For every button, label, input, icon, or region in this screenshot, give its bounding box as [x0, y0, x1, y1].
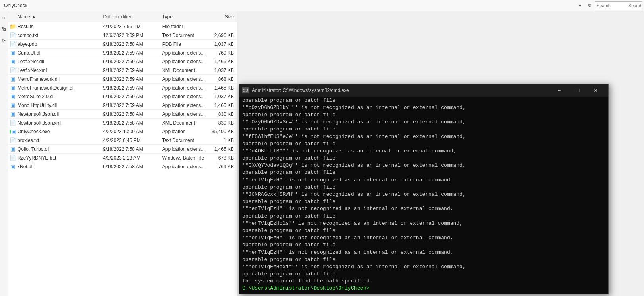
file-name-cell: 📄 ebye.pdb: [8, 41, 101, 47]
col-header-date[interactable]: Date modified: [101, 14, 160, 19]
cmd-line: '"bOzyDGhGZDlkY="' is not recognized as …: [242, 104, 605, 111]
file-name: ebye.pdb: [18, 41, 37, 47]
folder-icon: 📁: [10, 23, 16, 30]
table-row[interactable]: 📄 Leaf.xNet.xml 9/18/2022 7:59 AM XML Do…: [8, 66, 237, 75]
sidebar-icon-2[interactable]: fig: [2, 27, 6, 31]
address-controls: ▾ ↻ Search: [576, 1, 642, 10]
cmd-line: operable program or batch file.: [242, 213, 605, 220]
file-name-cell: ▣ MetroSuite 2.0.dll: [8, 93, 101, 100]
file-name: Mono.HttpUtility.dll: [18, 103, 57, 108]
file-size: 769 KB: [210, 50, 237, 56]
file-size: 1,465 KB: [210, 103, 237, 108]
app-icon: ▣: [10, 111, 16, 117]
file-date: 9/18/2022 7:59 AM: [101, 50, 161, 56]
cmd-close-btn[interactable]: ✕: [587, 84, 605, 97]
table-row[interactable]: 📄 Newtonsoft.Json.xml 9/18/2022 7:58 AM …: [8, 119, 237, 127]
table-row[interactable]: 📁 Results 4/1/2023 7:56 PM File folder: [8, 22, 237, 31]
table-row[interactable]: ▣ Newtonsoft.Json.dll 9/18/2022 7:58 AM …: [8, 110, 237, 119]
table-row[interactable]: ▣ Leaf.xNet.dll 9/18/2022 7:59 AM Applic…: [8, 57, 237, 66]
file-name-cell: ▣ xNet.dll: [8, 164, 101, 170]
file-size: 1,037 KB: [210, 41, 237, 47]
table-row[interactable]: 📄 proxies.txt 4/2/2023 6:45 PM Text Docu…: [8, 136, 237, 145]
cmd-line: '"henTVlqEzHexit"' is not recognized as …: [242, 263, 605, 271]
file-type: XML Document: [161, 68, 210, 73]
cmd-body[interactable]: '"DdAOBFLLIB""' is not recognized as an …: [239, 97, 608, 294]
file-name-cell: ▣ Guna.UI.dll: [8, 50, 101, 56]
cmd-line: '"bOzyDGhGZDvSr="' is not recognized as …: [242, 119, 605, 126]
table-row[interactable]: ▣ MetroFrameworkDesign.dll 9/18/2022 7:5…: [8, 84, 237, 92]
address-path[interactable]: OnlyCheck: [2, 2, 576, 9]
cmd-titlebar: C:\ Administrator: C:\Windows\system32\c…: [239, 84, 608, 97]
app-icon: ▣: [10, 102, 16, 109]
file-type: Application extens...: [161, 59, 210, 64]
col-header-type[interactable]: Type: [161, 14, 210, 19]
dropdown-btn[interactable]: ▾: [576, 1, 584, 10]
file-name: Newtonsoft.Json.dll: [18, 111, 59, 117]
table-row[interactable]: ▣ Mono.HttpUtility.dll 9/18/2022 7:59 AM…: [8, 101, 237, 110]
file-name: RzeYyRDNYE.bat: [18, 155, 56, 161]
table-row[interactable]: 📄 RzeYyRDNYE.bat 4/3/2023 2:13 AM Window…: [8, 154, 237, 162]
file-type: Application extens...: [161, 146, 210, 152]
file-size: 1,465 KB: [210, 85, 237, 91]
table-row[interactable]: ▣ OnlyCheck.exe 4/2/2023 10:09 AM Applic…: [8, 127, 237, 136]
file-date: 9/18/2022 7:59 AM: [101, 85, 161, 91]
table-row[interactable]: ▣ MetroSuite 2.0.dll 9/18/2022 7:59 AM A…: [8, 92, 237, 101]
cmd-line: operable program or batch file.: [242, 198, 605, 205]
file-size: 1,465 KB: [210, 146, 237, 152]
file-name: combo.txt: [18, 33, 38, 38]
file-name: Results: [18, 24, 33, 29]
file-type: Application extens...: [161, 85, 210, 91]
file-name-cell: ▣ MetroFrameworkDesign.dll: [8, 85, 101, 91]
cmd-line: operable program or batch file.: [242, 241, 605, 249]
cmd-maximize-btn[interactable]: □: [568, 84, 587, 97]
file-name: xNet.dll: [18, 164, 33, 169]
file-date: 9/18/2022 7:58 AM: [101, 146, 161, 152]
file-name-cell: ▣ Leaf.xNet.dll: [8, 58, 101, 65]
file-date: 9/18/2022 7:58 AM: [101, 164, 161, 169]
file-type: Application extens...: [161, 76, 210, 82]
search-input[interactable]: [597, 3, 628, 8]
col-header-size[interactable]: Size: [210, 14, 237, 19]
file-date: 4/2/2023 6:45 PM: [101, 138, 161, 143]
file-icon: 📄: [10, 155, 16, 161]
file-name-cell: ▣ Qollo. Turbo.dll: [8, 146, 101, 152]
file-date: 4/1/2023 7:56 PM: [101, 24, 161, 29]
cmd-line: operable program or batch file.: [242, 256, 605, 263]
file-name: Leaf.xNet.xml: [18, 68, 47, 73]
file-name-cell: ▣ Newtonsoft.Json.dll: [8, 111, 101, 117]
table-row[interactable]: 📄 combo.txt 12/6/2022 8:09 PM Text Docum…: [8, 31, 237, 40]
col-header-name[interactable]: Name ▲: [8, 14, 101, 19]
file-date: 9/18/2022 7:59 AM: [101, 103, 161, 108]
file-date: 4/3/2023 2:13 AM: [101, 155, 161, 161]
file-type: XML Document: [161, 120, 210, 126]
cmd-line: operable program or batch file.: [242, 155, 605, 162]
app-icon: ▣: [10, 50, 16, 56]
refresh-btn[interactable]: ↻: [585, 1, 594, 10]
table-row[interactable]: ▣ Guna.UI.dll 9/18/2022 7:59 AM Applicat…: [8, 49, 237, 57]
file-type: PDB File: [161, 41, 210, 47]
file-name-cell: 📄 Newtonsoft.Json.xml: [8, 120, 101, 126]
file-name-cell: ▣ OnlyCheck.exe: [8, 129, 101, 135]
cmd-line: '"GXVQYVodaviQOg"' is not recognized as …: [242, 162, 605, 169]
file-name: Qollo. Turbo.dll: [18, 146, 50, 152]
cmd-minimize-btn[interactable]: −: [550, 84, 568, 97]
file-size: 678 KB: [210, 155, 237, 161]
file-type: Application: [161, 129, 210, 134]
cmd-line: The system cannot find the path specifie…: [242, 278, 605, 285]
file-size: 830 KB: [210, 120, 237, 126]
file-icon: 📄: [10, 137, 16, 144]
table-row[interactable]: 📄 ebye.pdb 9/18/2022 7:58 AM PDB File 1,…: [8, 40, 237, 49]
file-size: 1,037 KB: [210, 68, 237, 73]
file-name: Guna.UI.dll: [18, 50, 41, 56]
table-row[interactable]: ▣ xNet.dll 9/18/2022 7:58 AM Application…: [8, 162, 237, 171]
file-name: MetroFramework.dll: [18, 76, 60, 82]
cmd-line: C:\Users\Administrator\Desktop\OnlyCheck…: [242, 285, 605, 292]
table-row[interactable]: ▣ MetroFramework.dll 9/18/2022 7:59 AM A…: [8, 75, 237, 84]
cmd-line: operable program or batch file.: [242, 271, 605, 278]
file-name: proxies.txt: [18, 138, 39, 143]
sidebar-icon-1[interactable]: ○: [2, 14, 5, 21]
sidebar-icon-3[interactable]: g-: [2, 38, 6, 42]
cmd-icon: C:\: [242, 87, 249, 93]
file-date: 9/18/2022 7:58 AM: [101, 111, 161, 117]
table-row[interactable]: ▣ Qollo. Turbo.dll 9/18/2022 7:58 AM App…: [8, 145, 237, 154]
